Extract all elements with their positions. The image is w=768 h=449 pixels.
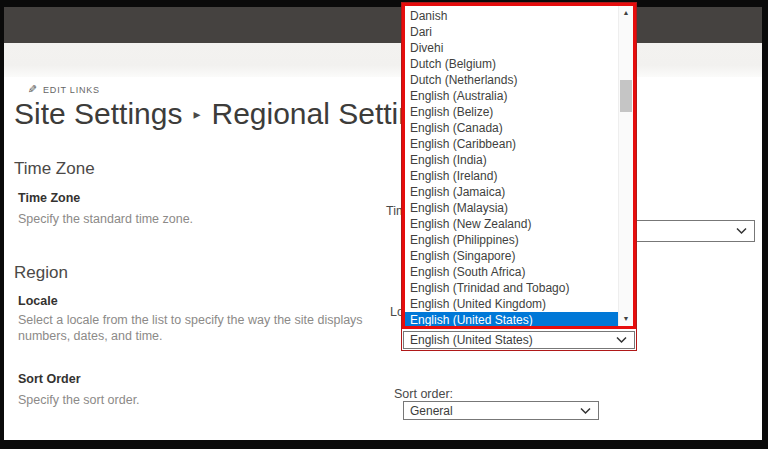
sub-label-locale: Locale	[18, 294, 58, 308]
locale-option[interactable]: English (India)	[405, 152, 618, 168]
locale-option[interactable]: Dari	[405, 24, 618, 40]
desc-locale: Select a locale from the list to specify…	[18, 312, 374, 344]
locale-option[interactable]: English (Canada)	[405, 120, 618, 136]
chevron-down-icon	[580, 407, 591, 414]
edit-links-button[interactable]: ✎ EDIT LINKS	[27, 84, 100, 95]
locale-options-list: DanishDariDivehiDutch (Belgium)Dutch (Ne…	[405, 6, 633, 328]
dropdown-scrollbar[interactable]: ▲ ▼	[618, 6, 633, 326]
locale-option[interactable]: English (Belize)	[405, 104, 618, 120]
locale-option[interactable]: English (Jamaica)	[405, 184, 618, 200]
locale-option[interactable]: English (United Kingdom)	[405, 296, 618, 312]
pencil-icon: ✎	[27, 84, 37, 95]
sort-order-select[interactable]: General	[403, 401, 599, 420]
edit-links-label: EDIT LINKS	[43, 85, 100, 95]
locale-option[interactable]: Dutch (Belgium)	[405, 56, 618, 72]
scrollbar-thumb[interactable]	[620, 80, 632, 112]
locale-option[interactable]: English (Australia)	[405, 88, 618, 104]
scroll-up-icon[interactable]: ▲	[619, 6, 633, 20]
locale-option[interactable]: English (South Africa)	[405, 264, 618, 280]
sort-order-field-label: Sort order:	[394, 387, 453, 401]
locale-dropdown-annotation-box: DanishDariDivehiDutch (Belgium)Dutch (Ne…	[401, 2, 637, 351]
locale-option[interactable]: English (New Zealand)	[405, 216, 618, 232]
page-title-left: Site Settings	[14, 97, 182, 130]
ribbon-strip	[4, 43, 762, 77]
locale-option[interactable]: English (Singapore)	[405, 248, 618, 264]
locale-option[interactable]: Divehi	[405, 40, 618, 56]
chevron-down-icon	[616, 337, 627, 344]
desc-sort-order: Specify the sort order.	[18, 392, 140, 408]
sub-label-sort-order: Sort Order	[18, 372, 81, 386]
scroll-down-icon[interactable]: ▼	[619, 312, 633, 326]
locale-option[interactable]: Danish	[405, 8, 618, 24]
locale-option[interactable]: English (Trinidad and Tobago)	[405, 280, 618, 296]
locale-option[interactable]: English (Philippines)	[405, 232, 618, 248]
desc-time-zone: Specify the standard time zone.	[18, 211, 193, 227]
page-title: Site Settings▸Regional Settings	[14, 97, 754, 131]
breadcrumb-arrow-icon: ▸	[193, 106, 200, 122]
locale-option[interactable]: English (United States)	[405, 312, 618, 328]
locale-option[interactable]: English (Ireland)	[405, 168, 618, 184]
chevron-down-icon	[736, 228, 747, 235]
locale-select-value: English (United States)	[410, 333, 533, 347]
section-heading-time-zone: Time Zone	[14, 159, 95, 179]
locale-option[interactable]: English (Caribbean)	[405, 136, 618, 152]
section-heading-region: Region	[14, 263, 68, 283]
locale-select[interactable]: English (United States)	[403, 331, 635, 349]
locale-option[interactable]: English (Malaysia)	[405, 200, 618, 216]
locale-dropdown-list: DanishDariDivehiDutch (Belgium)Dutch (Ne…	[402, 3, 636, 329]
suite-bar	[4, 7, 762, 43]
locale-option[interactable]: Dutch (Netherlands)	[405, 72, 618, 88]
sort-order-select-value: General	[410, 404, 453, 418]
sub-label-time-zone: Time Zone	[18, 191, 80, 205]
page: ✎ EDIT LINKS Site Settings▸Regional Sett…	[4, 7, 762, 440]
